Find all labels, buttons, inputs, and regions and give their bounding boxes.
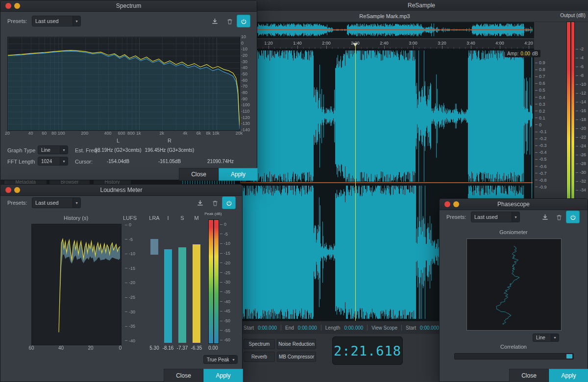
est-freq-l-value: 98.19Hz (G2+3cents) [90, 147, 147, 153]
save-preset-button[interactable] [196, 198, 204, 207]
bypass-toggle-button[interactable] [237, 15, 250, 27]
delete-preset-button[interactable] [555, 213, 564, 222]
apply-button[interactable]: Apply [203, 369, 243, 382]
est-freq-r-value: 196.45Hz (G3+3cents) [141, 147, 198, 153]
correlation-slider-handle[interactable] [566, 354, 572, 358]
spectrum-x-tick: 40 [23, 131, 38, 136]
scale-tick: 0.2 [535, 109, 545, 114]
close-button[interactable]: Close [509, 369, 549, 382]
spectrum-y-tick: -120 [241, 115, 250, 120]
history-x-tick: 60 [24, 345, 39, 351]
divider [321, 325, 321, 331]
presets-dropdown[interactable]: Last used ▾ [32, 16, 81, 26]
graph-type-dropdown[interactable]: Line ▾ [38, 145, 68, 154]
download-icon [541, 214, 549, 221]
output-meter-title: Output (dB) [559, 13, 587, 18]
divider [281, 325, 281, 331]
phasescope-titlebar[interactable]: Phasescope [440, 199, 588, 210]
loudness-titlebar[interactable]: Loudness Meter [0, 185, 242, 196]
scale-tick: -8 [576, 73, 584, 78]
m-header: M [192, 215, 201, 221]
scale-tick: -35 [220, 289, 230, 294]
time-display: 2:21.618 [332, 336, 403, 365]
scale-tick: -40 [220, 299, 230, 304]
delete-preset-button[interactable] [225, 17, 234, 26]
history-x-tick: 40 [54, 345, 69, 351]
presets-dropdown[interactable]: Last used ▾ [471, 212, 520, 222]
spectrum-x-tick: 200 [77, 131, 92, 136]
fft-length-dropdown[interactable]: 1024 ▾ [38, 157, 68, 166]
peak-mode-dropdown[interactable]: True Peak ▾ [203, 355, 238, 364]
selection-start-value[interactable]: 0:00.000 [258, 325, 277, 331]
scale-tick: -50 [220, 318, 230, 323]
correlation-slider[interactable] [454, 353, 574, 359]
amp-value[interactable]: 0.00 [520, 51, 530, 56]
spectrum-titlebar[interactable]: Spectrum [0, 0, 257, 12]
scale-tick: -15 [125, 266, 135, 271]
delete-preset-button[interactable] [211, 199, 220, 208]
spectrum-graph [7, 37, 240, 131]
spectrum-y-tick: -40 [241, 65, 247, 70]
effect-button-reverb[interactable]: Reverb [244, 352, 275, 362]
bypass-toggle-button[interactable] [566, 211, 580, 223]
divider [367, 325, 368, 331]
overview-waveform[interactable] [235, 22, 534, 38]
bypass-toggle-button[interactable] [222, 196, 236, 209]
scale-tick: -0.8 [535, 178, 547, 183]
history-title: History (s) [31, 215, 121, 221]
chevron-down-icon: ▾ [73, 198, 80, 208]
scale-tick: -15 [220, 251, 230, 256]
power-icon [570, 214, 576, 220]
phasescope-window: Phasescope Presets: Last used ▾ Goniomet… [439, 198, 588, 382]
scale-tick: 0.6 [535, 81, 545, 86]
selection-end-label: End [285, 325, 294, 331]
loudness-window-title: Loudness Meter [0, 185, 242, 195]
playhead[interactable] [355, 43, 356, 321]
chevron-down-icon: ▾ [73, 16, 80, 26]
fft-length-label: FFT Length [7, 159, 35, 165]
scale-tick: 0.5 [535, 88, 545, 93]
scale-tick: -34 [576, 188, 586, 192]
close-button[interactable]: Close [179, 168, 219, 181]
scale-tick: -6 [576, 64, 584, 69]
apply-button[interactable]: Apply [219, 168, 258, 181]
view-scope-button[interactable]: View Scope [371, 325, 397, 331]
scale-tick: -10 [220, 241, 230, 246]
channel-l-header: L [111, 138, 125, 143]
scale-tick: -60 [220, 337, 230, 342]
selection-start-label: Start [244, 325, 254, 331]
spectrum-y-tick: -10 [241, 47, 247, 51]
channel-r-header: R [162, 138, 177, 143]
spectrum-y-tick: 10 [241, 34, 246, 39]
save-preset-button[interactable] [210, 17, 219, 25]
scale-tick: -10 [125, 251, 135, 256]
apply-button[interactable]: Apply [549, 369, 588, 382]
selection-end-value[interactable]: 0:00.000 [298, 325, 317, 331]
chevron-down-icon: ▾ [512, 212, 519, 222]
spectrum-x-tick: 1k [131, 131, 146, 136]
timeline-ruler[interactable] [235, 39, 534, 49]
scale-tick: -25 [220, 270, 230, 275]
amp-badge[interactable]: Amp: 0.00 dB [505, 50, 540, 57]
effect-button-spectrum[interactable]: Spectrum [244, 339, 275, 349]
spectrum-window: Spectrum Presets: Last used ▾ L R Graph … [0, 0, 257, 180]
scale-tick: -0.5 [535, 157, 547, 162]
close-button[interactable]: Close [164, 369, 203, 382]
save-preset-button[interactable] [540, 213, 549, 221]
scale-tick: 0.3 [535, 102, 545, 107]
effect-button-noise-reduction[interactable]: Noise Reduction [277, 339, 316, 349]
effect-button-mb-compressor[interactable]: MB Compressor [277, 352, 316, 362]
presets-dropdown[interactable]: Last used ▾ [32, 197, 81, 208]
scale-tick: -0.4 [535, 150, 547, 155]
scale-tick: -55 [220, 328, 230, 333]
scope-mode-dropdown[interactable]: Line ▾ [533, 334, 559, 342]
scale-tick: -32 [576, 179, 586, 184]
spectrum-x-tick: 400 [100, 131, 115, 136]
scale-tick: -45 [220, 309, 230, 313]
selection-length-value[interactable]: 0:00.000 [344, 325, 363, 331]
scale-tick: 0.7 [535, 74, 545, 79]
spectrum-x-tick: 20k [232, 131, 246, 136]
graph-type-label: Graph Type [7, 147, 35, 153]
file-name: ReSample Mark.mp3 [235, 11, 534, 22]
view-start-value[interactable]: 0:00.000 [420, 325, 439, 331]
